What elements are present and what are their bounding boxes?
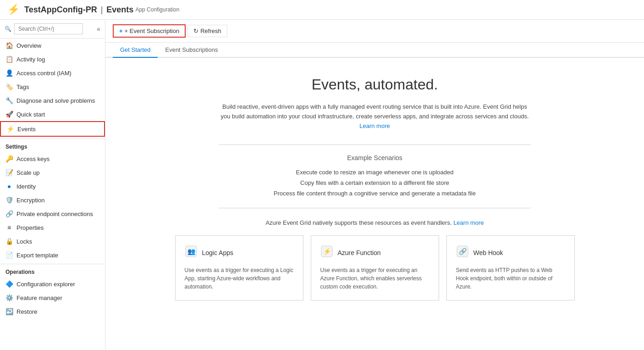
sidebar-item-events[interactable]: ⚡ Events <box>0 121 105 137</box>
sidebar-item-label: Overview <box>17 42 41 49</box>
identity-icon: ● <box>6 183 13 190</box>
sidebar-item-export-template[interactable]: 📄 Export template <box>0 248 105 262</box>
handlers-text: Azure Event Grid natively supports these… <box>265 219 451 226</box>
cards-container: 👥 Logic Apps Use events as a trigger for… <box>115 235 635 300</box>
sidebar-item-label: Encryption <box>17 197 44 204</box>
sidebar-search-container: 🔍 « <box>0 20 105 39</box>
sidebar: 🔍 « 🏠 Overview 📋 Activity log 👤 Access c… <box>0 20 105 350</box>
sidebar-item-access-control[interactable]: 👤 Access control (IAM) <box>0 66 105 80</box>
feature-manager-icon: ⚙️ <box>6 294 13 301</box>
sidebar-item-identity[interactable]: ● Identity <box>0 179 105 193</box>
sidebar-item-label: Feature manager <box>17 294 62 301</box>
handlers-section: Azure Event Grid natively supports these… <box>115 219 635 226</box>
quick-start-icon: 🚀 <box>6 111 13 118</box>
operations-section-title: Operations <box>0 264 105 277</box>
private-endpoint-icon: 🔗 <box>6 210 13 217</box>
hero-learn-more-link[interactable]: Learn more <box>359 122 390 129</box>
sidebar-item-label: Tags <box>17 83 29 90</box>
logic-apps-body: Use events as a trigger for executing a … <box>185 266 294 291</box>
content-body: Events, automated. Build reactive, event… <box>105 58 644 350</box>
refresh-button[interactable]: ↻ Refresh <box>187 25 227 37</box>
app-title: TestAppConfig-PR <box>24 5 97 15</box>
sidebar-item-label: Activity log <box>17 56 45 63</box>
logic-apps-icon: 👥 <box>185 245 198 261</box>
tab-event-subscriptions[interactable]: Event Subscriptions <box>158 43 225 58</box>
handlers-learn-more-link[interactable]: Learn more <box>453 219 484 226</box>
sidebar-item-tags[interactable]: 🏷️ Tags <box>0 80 105 94</box>
sidebar-item-properties[interactable]: ≡ Properties <box>0 221 105 234</box>
main-content: + + Event Subscription ↻ Refresh Get Sta… <box>105 20 644 350</box>
sidebar-item-feature-manager[interactable]: ⚙️ Feature manager <box>0 291 105 305</box>
svg-text:👥: 👥 <box>187 248 195 256</box>
sidebar-item-label: Configuration explorer <box>17 281 75 288</box>
hero-description: Build reactive, event-driven apps with a… <box>219 102 531 131</box>
sidebar-item-diagnose[interactable]: 🔧 Diagnose and solve problems <box>0 94 105 107</box>
azure-function-card-header: ⚡ Azure Function <box>320 245 429 261</box>
divider-2 <box>219 208 531 208</box>
app-icon: ⚡ <box>7 4 20 16</box>
overview-icon: 🏠 <box>6 42 13 49</box>
sidebar-item-config-explorer[interactable]: 🔷 Configuration explorer <box>0 277 105 291</box>
locks-icon: 🔒 <box>6 238 13 245</box>
settings-section-title: Settings <box>0 139 105 152</box>
sidebar-item-label: Scale up <box>17 169 40 176</box>
web-hook-body: Send events as HTTP pushes to a Web Hook… <box>456 266 565 291</box>
example-item-1: Execute code to resize an image whenever… <box>115 167 635 178</box>
events-icon: ⚡ <box>6 125 14 133</box>
access-keys-icon: 🔑 <box>6 155 13 162</box>
diagnose-icon: 🔧 <box>6 97 13 104</box>
event-subscription-label: + Event Subscription <box>125 28 180 34</box>
app-subtitle: App Configuration <box>135 6 179 13</box>
collapse-button[interactable]: « <box>97 25 100 33</box>
export-template-icon: 📄 <box>6 251 13 259</box>
sidebar-item-label: Events <box>17 126 36 133</box>
sidebar-item-access-keys[interactable]: 🔑 Access keys <box>0 152 105 166</box>
sidebar-item-scale-up[interactable]: 📝 Scale up <box>0 166 105 179</box>
example-item-3: Process file content through a cognitive… <box>115 188 635 199</box>
sidebar-item-label: Restore <box>17 308 38 315</box>
sidebar-nav: 🏠 Overview 📋 Activity log 👤 Access contr… <box>0 39 105 350</box>
iam-icon: 👤 <box>6 69 13 77</box>
sidebar-item-restore[interactable]: ↩️ Restore <box>0 305 105 318</box>
encryption-icon: 🛡️ <box>6 196 13 204</box>
tab-get-started[interactable]: Get Started <box>113 43 158 58</box>
logic-apps-card: 👥 Logic Apps Use events as a trigger for… <box>175 235 303 300</box>
sidebar-item-label: Private endpoint connections <box>17 211 93 217</box>
search-icon: 🔍 <box>5 26 11 32</box>
search-input[interactable] <box>14 23 83 34</box>
content-tabs: Get Started Event Subscriptions <box>105 43 644 58</box>
plus-icon: + <box>119 28 123 34</box>
sidebar-item-activity-log[interactable]: 📋 Activity log <box>0 52 105 66</box>
restore-icon: ↩️ <box>6 308 13 315</box>
sidebar-item-encryption[interactable]: 🛡️ Encryption <box>0 193 105 207</box>
sidebar-item-label: Identity <box>17 183 36 190</box>
example-scenarios: Example Scenarios Execute code to resize… <box>115 154 635 199</box>
main-container: 🔍 « 🏠 Overview 📋 Activity log 👤 Access c… <box>0 20 644 350</box>
tags-icon: 🏷️ <box>6 83 13 90</box>
svg-text:🔗: 🔗 <box>458 248 467 256</box>
event-subscription-button[interactable]: + + Event Subscription <box>113 24 186 38</box>
web-hook-card-header: 🔗 Web Hook <box>456 245 565 261</box>
example-item-2: Copy files with a certain extension to a… <box>115 178 635 188</box>
divider-1 <box>219 144 531 145</box>
sidebar-item-label: Quick start <box>17 111 45 118</box>
sidebar-item-label: Diagnose and solve problems <box>17 97 95 104</box>
sidebar-item-overview[interactable]: 🏠 Overview <box>0 39 105 52</box>
scale-up-icon: 📝 <box>6 169 13 176</box>
config-explorer-icon: 🔷 <box>6 280 13 288</box>
logic-apps-card-header: 👥 Logic Apps <box>185 245 294 261</box>
logic-apps-title: Logic Apps <box>202 249 234 256</box>
svg-text:⚡: ⚡ <box>323 248 331 256</box>
sidebar-item-label: Properties <box>17 224 44 231</box>
sidebar-item-quick-start[interactable]: 🚀 Quick start <box>0 107 105 121</box>
sidebar-item-private-endpoint[interactable]: 🔗 Private endpoint connections <box>0 207 105 221</box>
content-toolbar: + + Event Subscription ↻ Refresh <box>105 20 644 43</box>
sidebar-item-label: Locks <box>17 238 32 245</box>
azure-function-body: Use events as a trigger for executing an… <box>320 266 429 291</box>
azure-function-icon: ⚡ <box>320 245 333 261</box>
header-separator: | <box>101 5 103 15</box>
azure-function-card: ⚡ Azure Function Use events as a trigger… <box>311 235 439 300</box>
properties-icon: ≡ <box>6 224 13 231</box>
web-hook-icon: 🔗 <box>456 245 469 261</box>
sidebar-item-locks[interactable]: 🔒 Locks <box>0 234 105 248</box>
